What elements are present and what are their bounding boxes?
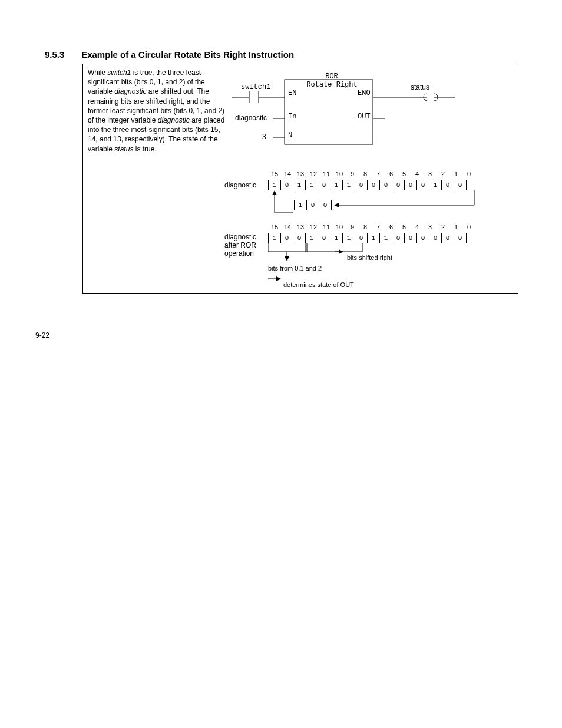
bit-num: 9 [346, 170, 359, 177]
bit-num: 8 [359, 170, 372, 177]
bit-num: 3 [424, 170, 437, 177]
bit-num: 7 [372, 170, 385, 177]
bit-num: 0 [462, 170, 475, 177]
page: 9.5.3 Example of a Circular Rotate Bits … [0, 0, 562, 728]
ladder-out: OUT [358, 113, 371, 121]
figure-box: While switch1 is true, the three least-s… [82, 64, 518, 294]
ladder-n: N [288, 131, 292, 140]
bit-num: 10 [333, 170, 346, 177]
svg-marker-20 [285, 256, 289, 261]
bit-num: 2 [437, 223, 449, 230]
bit-num: 15 [268, 223, 281, 230]
desc-text: is true. [133, 145, 156, 153]
bit-cell: 0 [355, 233, 368, 243]
bit-cell: 0 [454, 233, 467, 243]
bit-cell: 0 [441, 233, 454, 243]
bit-numbers-2: 1514131211109876543210 [268, 223, 480, 232]
bit-num: 3 [424, 223, 437, 230]
ladder-status-label: status [411, 83, 429, 91]
bit-cell: 0 [318, 233, 330, 243]
bit-num: 5 [398, 170, 411, 177]
diag-label: diagnostic [224, 181, 256, 189]
bit-cell: 1 [268, 233, 281, 243]
bit-num: 4 [411, 223, 424, 230]
desc-text: While [88, 68, 107, 77]
bit-num: 13 [294, 170, 307, 177]
bit-num: 6 [385, 223, 398, 230]
bit-num: 11 [320, 170, 333, 177]
bit-num: 1 [449, 170, 462, 177]
after-label-3: operation [224, 249, 254, 258]
bit-num: 0 [462, 223, 475, 230]
anno-bits-from: bits from 0,1 and 2 [268, 265, 322, 272]
after-label-2: after ROR [224, 241, 256, 249]
after-label-1: diagnostic [224, 233, 256, 241]
bit-num: 5 [398, 223, 411, 230]
bit-num: 6 [385, 170, 398, 177]
section-heading: 9.5.3 Example of a Circular Rotate Bits … [45, 50, 294, 60]
ladder-en: EN [288, 89, 296, 97]
bit-cell: 0 [429, 233, 442, 243]
ladder-ror: ROR [314, 73, 349, 81]
anno-shifted: bits shifted right [347, 254, 392, 261]
page-number: 9-22 [35, 331, 49, 340]
ladder-rotate-right: Rotate Right [301, 81, 363, 89]
svg-marker-15 [334, 203, 339, 207]
description: While switch1 is true, the three least-s… [88, 68, 228, 154]
bit-num: 11 [320, 223, 333, 230]
bit-num: 13 [294, 223, 307, 230]
bit-cell: 0 [392, 233, 405, 243]
ladder-diagram [232, 70, 514, 147]
svg-marker-11 [272, 190, 277, 195]
desc-diag: diagnostic [158, 116, 190, 124]
bit-num: 9 [346, 223, 359, 230]
desc-diag: diagnostic [114, 87, 146, 95]
ladder-switch-label: switch1 [241, 83, 270, 91]
bit-cell: 1 [379, 233, 392, 243]
heading-number: 9.5.3 [45, 50, 79, 60]
wrap-arrows-1 [268, 180, 480, 215]
bit-num: 7 [372, 223, 385, 230]
bit-num: 10 [333, 223, 346, 230]
bit-cell: 1 [342, 233, 355, 243]
bit-cell: 0 [404, 233, 417, 243]
bit-num: 2 [437, 170, 449, 177]
desc-status: status [114, 145, 133, 153]
bit-cell: 1 [330, 233, 343, 243]
bit-num: 14 [281, 170, 294, 177]
desc-switch: switch1 [107, 68, 131, 77]
bit-cell: 0 [280, 233, 293, 243]
bit-row-after: 1001011011000000 [268, 233, 467, 243]
bit-num: 14 [281, 223, 294, 230]
bit-num: 4 [411, 170, 424, 177]
svg-marker-27 [276, 276, 281, 281]
bit-num: 15 [268, 170, 281, 177]
bit-num: 12 [307, 223, 320, 230]
bit-num: 12 [307, 170, 320, 177]
bit-num: 1 [449, 223, 462, 230]
ladder-in: In [288, 113, 296, 121]
heading-title: Example of a Circular Rotate Bits Right … [81, 50, 294, 60]
ladder-eno: ENO [358, 89, 371, 97]
bit-cell: 0 [293, 233, 306, 243]
anno-determines: determines state of OUT [283, 281, 354, 288]
svg-marker-25 [339, 249, 343, 254]
ladder-n-val: 3 [262, 133, 266, 141]
bit-cell: 1 [305, 233, 318, 243]
ladder-diag-label: diagnostic [235, 114, 267, 122]
bit-num: 8 [359, 223, 372, 230]
bit-cell: 0 [416, 233, 429, 243]
bit-cell: 1 [367, 233, 380, 243]
bit-numbers: 1514131211109876543210 [268, 170, 480, 179]
